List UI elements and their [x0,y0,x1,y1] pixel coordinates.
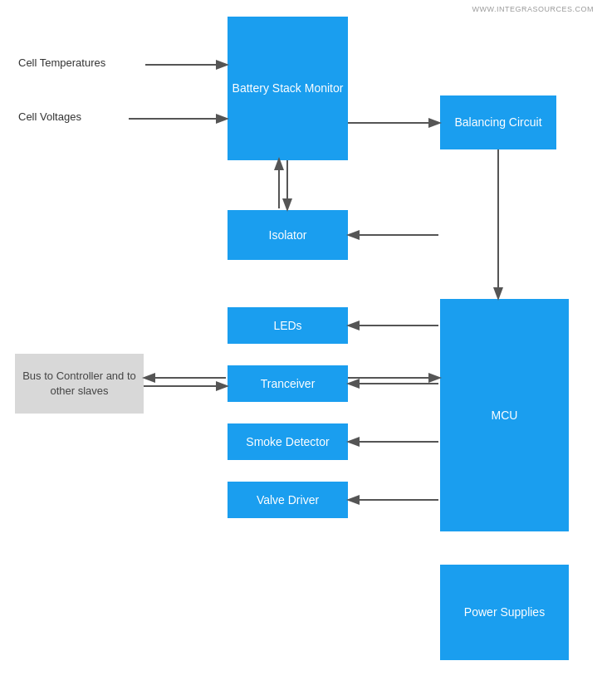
cell-temperatures-label: Cell Temperatures [18,56,105,69]
bus-block: Bus to Controller and to other slaves [15,354,144,414]
valve-driver-block: Valve Driver [228,482,348,518]
smoke-detector-block: Smoke Detector [228,423,348,460]
power-supplies-block: Power Supplies [440,565,569,660]
mcu-label: MCU [492,408,518,423]
cell-voltages-label: Cell Voltages [18,110,81,123]
watermark: WWW.INTEGRASOURCES.COM [472,5,595,13]
bus-label: Bus to Controller and to other slaves [15,369,144,399]
battery-stack-monitor-block: Battery Stack Monitor [228,17,348,160]
balancing-circuit-label: Balancing Circuit [454,115,541,130]
leds-block: LEDs [228,307,348,344]
isolator-label: Isolator [269,228,307,242]
tranceiver-label: Tranceiver [261,376,316,391]
smoke-detector-label: Smoke Detector [246,434,329,449]
power-supplies-label: Power Supplies [464,605,545,619]
tranceiver-block: Tranceiver [228,365,348,402]
isolator-block: Isolator [228,210,348,260]
battery-stack-monitor-label: Battery Stack Monitor [232,81,344,95]
mcu-block: MCU [440,299,569,531]
valve-driver-label: Valve Driver [257,492,319,507]
diagram: WWW.INTEGRASOURCES.COM Cell Temperatures… [0,0,602,700]
balancing-circuit-block: Balancing Circuit [440,95,556,149]
leds-label: LEDs [273,318,301,333]
